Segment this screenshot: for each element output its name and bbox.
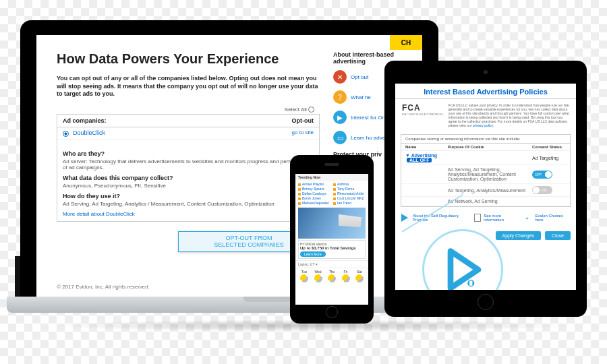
select-all-radio[interactable] [308,107,314,113]
trend-item[interactable]: Melissa Depositer [298,201,330,205]
chevron-down-icon[interactable]: ▾ [316,262,318,266]
trend-item[interactable]: Ian Trend [333,201,366,205]
row-name: Advertising [411,153,438,158]
more-info-link[interactable]: See more information [474,212,521,223]
company-detail: Who are they? Ad server: Technology that… [57,140,319,221]
privacy-policy-link[interactable]: privacy policy [473,123,493,127]
select-all-label: Select All [285,107,307,113]
trend-item[interactable]: Bomb Jones [298,196,330,200]
close-button[interactable]: Close [545,231,571,240]
consent-row: ▼ Advertising ALL OFF Ad Targeting [401,151,570,165]
intro-text: You can opt out of any or all of the com… [57,75,320,98]
sidebar-item-label: Opt out [351,74,368,80]
detail-question: Who are they? [63,150,314,157]
detail-question: How do they use it? [63,193,314,200]
question-icon: ? [333,90,347,104]
th-target: Ad Targeting [532,156,566,160]
copyright-text: © 2017 Evidon, Inc. All rights reserved. [57,284,150,290]
weather-icon [328,274,336,282]
day-label: Sat [353,270,366,274]
tablet-title: Interest Based Advertising Policies [395,84,576,99]
search-button[interactable]: CH [390,35,422,50]
sidebar-item-label: What he [351,94,371,100]
laptop-device: CH How Data Powers Your Experience You c… [20,20,438,297]
weather-icon [355,274,364,282]
day-label: Wed [312,270,324,274]
trend-item[interactable]: Britney Spears [298,187,330,191]
more-detail-link[interactable]: More detail about DoubleClick [63,211,314,217]
company-radio[interactable] [63,131,69,137]
book-icon: ▭ [333,131,347,144]
day-label: Fri [340,270,352,274]
company-name: DoubleClick [73,129,105,136]
go-to-site-link[interactable]: go to site [292,129,314,136]
day-label: Thu [326,270,338,274]
row-purpose: Ad Serving, Ad Targeting, Analytics/Meas… [448,167,532,181]
trending-header: Trending Now [295,174,368,181]
ad-headline: Up to $3,750 in Total Savings [300,246,364,250]
ad-card[interactable]: HYUNDAI elantra Up to $3,750 in Total Sa… [298,240,366,259]
companies-table: Ad companies: Opt-out DoubleClick go to … [57,114,320,221]
brand-subtitle: FIAT CHRYSLER AUTOMOBILES [402,113,443,116]
brand-description: FCA US LLC values your privacy. In order… [449,103,569,127]
th-purpose: Purpose Of Cookie [448,145,532,149]
trend-item[interactable]: Rheumatoid Arthri [333,191,366,195]
consent-toggle[interactable]: ON [532,186,552,194]
hero-image[interactable] [298,208,366,239]
detail-answer: Ad server: Technology that delivers adve… [63,158,314,171]
trending-list: Amber Playlist Asthma Britney Spears Ton… [295,181,368,206]
svg-rect-2 [469,278,472,280]
ad-cta-button[interactable]: Learn More [300,251,326,257]
th-status: Consent Status [532,145,566,149]
weather-icon [300,274,308,282]
phone-screen: Trending Now Amber Playlist Asthma Britn… [295,174,368,305]
callout-line [402,191,469,232]
link-label: See more information [484,214,521,222]
evidon-link[interactable]: ✶ Evidon Choices here [522,212,572,223]
play-icon: ▶ [333,111,347,124]
companies-header: Ad companies: [63,117,107,124]
detail-question: What data does this company collect? [63,175,314,181]
apply-button[interactable]: Apply Changes [496,231,541,240]
trend-item[interactable]: Tony Romo [333,187,366,191]
adchoices-icon [438,245,487,290]
detail-answer: Anonymous, Pseudonymous, PII, Sensitive [63,183,314,189]
detail-answer: Ad Serving, Ad Targeting, Analytics / Me… [63,201,314,207]
tablet-screen: Interest Based Advertising Policies FCA … [395,84,576,290]
location-label: Layton, UT ▾ [295,260,368,268]
doc-icon [474,214,481,222]
day-label: Tue [298,270,310,274]
phone-device: Trending Now Amber Playlist Asthma Britn… [290,155,374,324]
forecast-row: Tue Wed Thu Fri Sat [295,268,368,284]
link-label: Evidon Choices here [535,214,572,222]
weather-icon [342,274,350,282]
brand-logo: FCA [402,103,443,113]
consent-row: Ad Serving, Ad Targeting, Analytics/Meas… [401,165,570,184]
page-title: How Data Powers Your Experience [57,51,320,67]
trend-item[interactable]: Asthma [333,182,366,186]
tablet-device: Interest Based Advertising Policies FCA … [384,61,587,317]
consent-caption: Companies storing or accessing informati… [401,135,570,144]
trend-item[interactable]: Cool Lincoln MKZ [333,196,366,200]
svg-line-0 [402,195,463,232]
optout-header: Opt-out [292,117,314,124]
trend-item[interactable]: Dallas Cowboys [298,191,330,195]
consent-toggle[interactable]: OFF [532,171,552,179]
company-row[interactable]: DoubleClick go to site [57,127,319,139]
th-name: Name [405,145,448,149]
weather-icon [314,274,322,282]
all-off-pill[interactable]: ALL OFF [407,158,432,162]
svg-rect-3 [469,281,472,286]
trend-item[interactable]: Amber Playlist [298,182,330,186]
cross-icon: ✕ [333,70,347,84]
star-icon: ✶ [522,212,533,223]
